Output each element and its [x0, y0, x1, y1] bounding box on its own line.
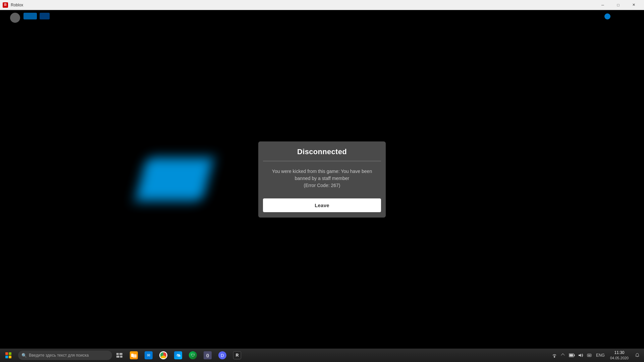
mail-icon: ✉	[145, 351, 153, 359]
titlebar-controls: ─ □ ✕	[595, 0, 641, 10]
svg-rect-5	[133, 354, 137, 358]
network-icon[interactable]	[550, 349, 558, 362]
svg-rect-11	[574, 355, 575, 356]
windows-icon	[5, 352, 11, 358]
taskbar-app-roblox[interactable]: R	[230, 349, 244, 362]
search-icon: 🔍	[21, 353, 27, 358]
explorer-icon	[130, 351, 138, 359]
leave-button[interactable]: Leave	[263, 198, 381, 212]
taskbar-app-explorer[interactable]	[127, 349, 141, 362]
svg-rect-2	[116, 356, 119, 358]
roblox-app-icon: R	[233, 351, 241, 359]
shield-icon: 🛡	[189, 351, 197, 359]
taskbar-app-tool[interactable]: {}	[201, 349, 215, 362]
disconnected-dialog: Disconnected You were kicked from this g…	[258, 141, 386, 218]
task-view-button[interactable]	[113, 349, 125, 362]
svg-rect-16	[589, 355, 590, 355]
minimize-button[interactable]: ─	[595, 0, 610, 10]
titlebar-app-icon: R	[3, 2, 8, 8]
taskbar-app-store[interactable]: 🛍	[171, 349, 185, 362]
bracket-tool-icon: {}	[204, 351, 212, 359]
clock-time: 11:30	[614, 350, 624, 356]
taskbar: 🔍 Введите здесь текст для поиска ✉	[0, 349, 644, 362]
taskbar-app-shield[interactable]: 🛡	[186, 349, 200, 362]
task-view-icon	[116, 353, 122, 358]
clock-date: 04.05.2020	[610, 356, 629, 360]
maximize-button[interactable]: □	[610, 0, 626, 10]
close-button[interactable]: ✕	[626, 0, 641, 10]
dialog-title: Disconnected	[297, 147, 347, 156]
dialog-body: You were kicked from this game: You have…	[258, 161, 386, 196]
store-icon: 🛍	[174, 351, 182, 359]
taskbar-search[interactable]: 🔍 Введите здесь текст для поиска	[18, 351, 112, 360]
dialog-header: Disconnected	[258, 141, 386, 161]
start-button[interactable]	[0, 349, 17, 362]
system-tray: ENG 11:30 04.05.2020	[550, 349, 644, 362]
chevron-up-icon	[561, 353, 565, 357]
notification-icon	[635, 353, 640, 358]
dialog-message: You were kicked from this game: You have…	[266, 168, 378, 189]
battery-icon[interactable]	[568, 349, 576, 362]
pinned-apps: ✉ 🛍 🛡	[127, 349, 244, 362]
sound-icon[interactable]	[577, 349, 585, 362]
discord-icon: D	[218, 351, 226, 359]
game-area: Disconnected You were kicked from this g…	[0, 10, 644, 349]
svg-rect-14	[587, 354, 591, 357]
titlebar-title: Roblox	[11, 3, 23, 7]
svg-rect-1	[119, 353, 122, 355]
chrome-icon	[159, 351, 167, 359]
clock[interactable]: 11:30 04.05.2020	[607, 349, 631, 362]
taskbar-app-discord[interactable]: D	[215, 349, 229, 362]
titlebar-left: R Roblox	[3, 2, 23, 8]
windows-icon-red	[5, 352, 8, 355]
svg-rect-12	[569, 354, 573, 357]
windows-icon-green	[9, 352, 11, 355]
taskbar-app-chrome[interactable]	[156, 349, 170, 362]
taskbar-app-mail[interactable]: ✉	[142, 349, 156, 362]
show-hidden-icons-button[interactable]	[559, 349, 567, 362]
search-placeholder-text: Введите здесь текст для поиска	[29, 353, 89, 358]
windows-icon-blue	[5, 356, 8, 358]
input-indicator-icon[interactable]	[585, 349, 593, 362]
svg-rect-0	[116, 353, 119, 355]
svg-marker-13	[579, 354, 581, 357]
notification-button[interactable]	[632, 349, 643, 362]
language-indicator[interactable]: ENG	[594, 349, 607, 362]
dialog-overlay: Disconnected You were kicked from this g…	[0, 10, 644, 349]
svg-rect-18	[588, 356, 591, 356]
svg-rect-17	[590, 355, 591, 355]
dialog-footer: Leave	[258, 196, 386, 218]
svg-point-9	[554, 356, 555, 358]
titlebar: R Roblox ─ □ ✕	[0, 0, 644, 10]
svg-rect-15	[588, 355, 589, 355]
svg-rect-3	[120, 356, 122, 358]
windows-icon-yellow	[9, 356, 11, 358]
